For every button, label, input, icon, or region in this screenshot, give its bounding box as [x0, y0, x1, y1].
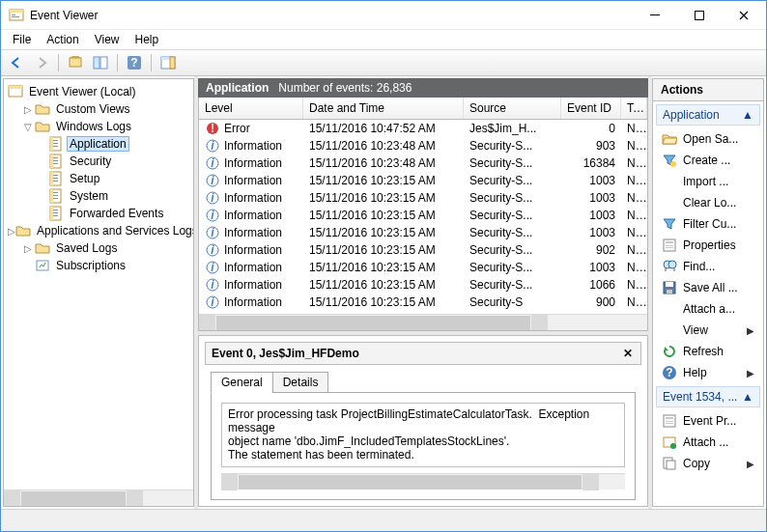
cell-eventid: 1003 — [561, 174, 621, 187]
navigation-tree[interactable]: Event Viewer (Local) ▷Custom Views▽Windo… — [4, 79, 193, 490]
action-item-label: Copy — [683, 457, 710, 470]
tree-item[interactable]: Security — [4, 153, 193, 170]
cell-task: None — [621, 226, 647, 239]
cell-eventid: 1003 — [561, 226, 621, 239]
event-message[interactable]: Error processing task ProjectBillingEsti… — [221, 403, 625, 467]
status-bar — [1, 509, 766, 531]
action-item[interactable]: ?Help▶ — [656, 362, 760, 383]
tab-details[interactable]: Details — [272, 372, 329, 393]
event-row[interactable]: iInformation15/11/2016 10:23:15 AMSecuri… — [199, 259, 647, 276]
tab-page-general: Error processing task ProjectBillingEsti… — [211, 392, 636, 500]
action-item[interactable]: Refresh — [656, 341, 760, 362]
action-item[interactable]: Save All ... — [656, 277, 760, 298]
action-item[interactable]: View▶ — [656, 320, 760, 341]
window-title: Event Viewer — [30, 9, 633, 22]
tree-item[interactable]: Forwarded Events — [4, 205, 193, 222]
tree-root[interactable]: Event Viewer (Local) — [4, 83, 193, 100]
detail-horizontal-scrollbar[interactable] — [221, 473, 625, 490]
col-eventid[interactable]: Event ID — [561, 98, 621, 119]
event-row[interactable]: iInformation15/11/2016 10:23:48 AMSecuri… — [199, 154, 647, 172]
menu-view[interactable]: View — [87, 31, 128, 48]
tree-item-label: Custom Views — [54, 102, 131, 116]
cell-eventid: 16384 — [561, 156, 621, 170]
toolbar-btn-b[interactable] — [156, 52, 180, 73]
tree-item[interactable]: Subscriptions — [4, 257, 193, 274]
detail-header: Event 0, Jes$Jim_HFDemo ✕ — [205, 342, 641, 365]
event-row[interactable]: iInformation15/11/2016 10:23:15 AMSecuri… — [199, 189, 647, 207]
action-item[interactable]: Filter Cu... — [656, 213, 760, 235]
help-button[interactable]: ? — [123, 52, 146, 73]
event-row[interactable]: iInformation15/11/2016 10:23:15 AMSecuri… — [199, 276, 647, 294]
svg-rect-25 — [50, 154, 53, 168]
event-row[interactable]: iInformation15/11/2016 10:23:15 AMSecuri… — [199, 241, 647, 259]
show-hide-tree-button[interactable] — [64, 52, 87, 73]
actions-section-header[interactable]: Event 1534, ...▲ — [656, 386, 760, 407]
cell-task: None — [621, 209, 647, 222]
action-item[interactable]: Import ... — [656, 171, 760, 192]
info-icon: i — [205, 225, 220, 240]
cell-date: 15/11/2016 10:23:48 AM — [303, 139, 464, 153]
action-item[interactable]: Attach ... — [656, 432, 760, 453]
cell-level: Information — [224, 243, 282, 257]
tree-item[interactable]: ▽Windows Logs — [4, 118, 193, 135]
event-row[interactable]: iInformation15/11/2016 10:23:15 AMSecuri… — [199, 224, 647, 241]
nav-forward-button[interactable] — [30, 52, 53, 73]
svg-rect-8 — [100, 57, 107, 69]
event-row[interactable]: !Error15/11/2016 10:47:52 AMJes$Jim_H...… — [199, 120, 647, 137]
event-row[interactable]: iInformation15/11/2016 10:23:15 AMSecuri… — [199, 172, 647, 189]
action-item[interactable]: Find... — [656, 256, 760, 277]
nav-back-button[interactable] — [5, 52, 28, 73]
grid-body[interactable]: !Error15/11/2016 10:47:52 AMJes$Jim_H...… — [199, 120, 647, 314]
properties-icon — [662, 238, 677, 253]
expander-icon[interactable]: ▷ — [8, 226, 15, 237]
expander-icon[interactable]: ▷ — [21, 243, 35, 254]
tree-item[interactable]: Application — [4, 135, 193, 153]
cell-source: Security-S... — [464, 226, 561, 239]
tree-item-label: Application — [68, 137, 128, 151]
action-item[interactable]: Open Sa... — [656, 128, 760, 150]
col-date[interactable]: Date and Time — [303, 98, 464, 119]
action-item[interactable]: Event Pr... — [656, 410, 760, 432]
toolbar-btn-a[interactable] — [89, 52, 112, 73]
tree-item[interactable]: System — [4, 187, 193, 205]
tree-horizontal-scrollbar[interactable] — [4, 490, 193, 506]
grid-horizontal-scrollbar[interactable] — [199, 314, 647, 330]
maximize-button[interactable] — [677, 1, 722, 29]
expander-icon[interactable]: ▽ — [21, 122, 35, 132]
minimize-button[interactable] — [633, 1, 677, 29]
cell-level: Information — [224, 261, 282, 274]
svg-rect-83 — [667, 461, 675, 469]
tree-item[interactable]: ▷Applications and Services Logs — [4, 222, 193, 239]
menu-help[interactable]: Help — [128, 31, 167, 48]
blank-icon — [662, 195, 677, 210]
event-row[interactable]: iInformation15/11/2016 10:23:48 AMSecuri… — [199, 137, 647, 154]
col-task[interactable]: Task C — [621, 98, 647, 119]
cell-source: Security-S... — [464, 261, 561, 274]
action-item-label: View — [683, 323, 708, 337]
action-item[interactable]: Create ... — [656, 150, 760, 171]
close-button[interactable] — [722, 1, 766, 29]
actions-section-header[interactable]: Application▲ — [656, 104, 760, 126]
cell-source: Security-S... — [464, 139, 561, 153]
cell-date: 15/11/2016 10:23:15 AM — [303, 226, 464, 239]
event-row[interactable]: iInformation15/11/2016 10:23:15 AMSecuri… — [199, 207, 647, 224]
app-icon — [9, 8, 24, 23]
col-level[interactable]: Level — [199, 98, 303, 119]
tree-item[interactable]: ▷Custom Views — [4, 100, 193, 118]
event-row[interactable]: iInformation15/11/2016 10:23:15 AMSecuri… — [199, 294, 647, 311]
log-icon — [48, 206, 64, 221]
collapse-icon: ▲ — [742, 390, 753, 404]
col-source[interactable]: Source — [464, 98, 561, 119]
tree-item[interactable]: Setup — [4, 170, 193, 187]
tree-item[interactable]: ▷Saved Logs — [4, 239, 193, 257]
action-item[interactable]: Clear Lo... — [656, 192, 760, 213]
expander-icon[interactable]: ▷ — [21, 104, 35, 115]
menu-action[interactable]: Action — [39, 31, 86, 48]
action-item[interactable]: Attach a... — [656, 298, 760, 320]
tab-general[interactable]: General — [211, 372, 273, 393]
menu-file[interactable]: File — [5, 31, 39, 48]
tree-item-label: Forwarded Events — [68, 207, 165, 220]
detail-close-button[interactable]: ✕ — [621, 347, 635, 360]
action-item[interactable]: Copy▶ — [656, 453, 760, 474]
action-item[interactable]: Properties — [656, 235, 760, 256]
